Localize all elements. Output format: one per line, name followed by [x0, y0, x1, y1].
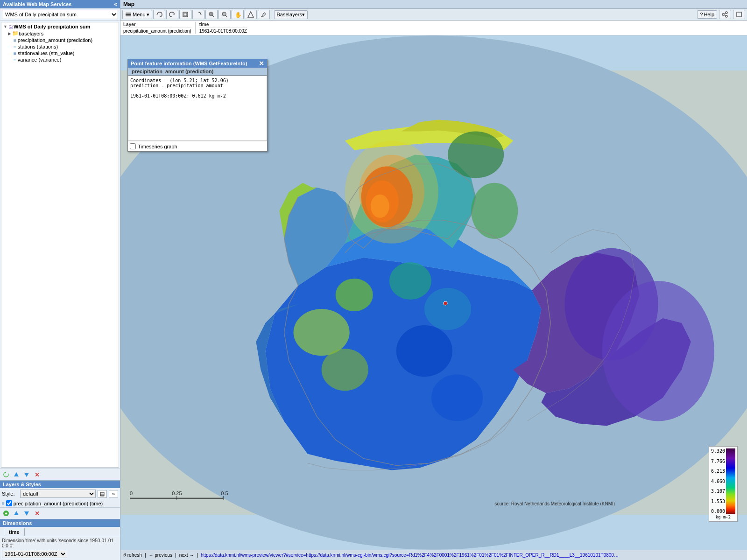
svg-rect-12 — [184, 13, 187, 16]
tree-item-stations[interactable]: ≡ stations (stations) — [2, 43, 118, 50]
svg-point-43 — [322, 349, 368, 391]
time-col-value: 1961-01-01T08:00:00Z — [199, 28, 247, 34]
delete-layer-btn[interactable]: ✕ — [33, 509, 41, 518]
dimensions-header: Dimensions — [0, 519, 120, 527]
rotate-btn[interactable] — [192, 10, 204, 19]
measure-btn[interactable] — [245, 10, 257, 19]
tree-item-baselayers[interactable]: ▶ 📁 baselayers — [2, 30, 118, 37]
svg-text:0: 0 — [130, 490, 133, 496]
tree-panel: ▼ 🗂 WMS of Daily precipitation sum ▶ 📁 b… — [1, 22, 119, 468]
tree-item-wms-root[interactable]: ▼ 🗂 WMS of Daily precipitation sum — [2, 23, 118, 30]
down-layer-btn[interactable] — [22, 509, 31, 518]
zoom-in-btn[interactable] — [205, 10, 218, 19]
up-layer-btn[interactable] — [12, 509, 21, 518]
edit-btn[interactable] — [258, 10, 270, 19]
variance-layer-icon: ≡ — [14, 57, 16, 63]
svg-marker-22 — [248, 12, 254, 17]
svg-rect-51 — [130, 498, 176, 499]
svg-text:✋: ✋ — [235, 11, 241, 18]
popup-scroll[interactable]: Coordinates - (lon=5.21; lat=52.06) pred… — [128, 76, 267, 141]
service-select[interactable]: WMS of Daily precipitation sum — [2, 10, 118, 19]
zoom-out-btn[interactable] — [218, 10, 231, 19]
map-toolbar: Menu ▾ — [120, 9, 747, 21]
svg-point-45 — [389, 262, 431, 300]
tree-item-stnvalues[interactable]: ≡ stationvalues (stn_value) — [2, 50, 118, 56]
svg-line-27 — [724, 13, 726, 14]
refresh-btn[interactable] — [2, 470, 10, 479]
baselayers-expand-icon: ▶ — [8, 31, 11, 36]
collapse-button[interactable]: « — [114, 1, 117, 7]
layer-time-strip: Layer precipitation_amount (prediction) … — [120, 21, 747, 35]
layer-col-header: Layer — [123, 22, 191, 28]
opacity-btn[interactable]: ▤ — [98, 490, 107, 498]
stnvalues-label: stationvalues (stn_value) — [18, 50, 75, 56]
expand-style-btn[interactable]: » — [109, 490, 118, 497]
svg-point-26 — [726, 15, 727, 17]
baselayers-button[interactable]: Baselayers▾ — [274, 10, 308, 19]
feature-info-popup: Point feature information (WMS GetFeatur… — [127, 59, 268, 152]
pan-btn[interactable]: ✋ — [232, 10, 244, 19]
map-header: Map — [120, 0, 747, 9]
popup-title: Point feature information (WMS GetFeatur… — [131, 61, 247, 66]
svg-text:0.5: 0.5 — [221, 490, 228, 496]
svg-rect-29 — [737, 12, 741, 17]
layers-styles-section: Layers & Styles Style: default ▤ » ≡ pre… — [0, 480, 120, 507]
help-button[interactable]: ? Help — [697, 10, 717, 19]
legend-val-7: 0.000 — [711, 509, 725, 514]
layer-col: Layer precipitation_amount (prediction) — [123, 22, 191, 34]
svg-marker-9 — [156, 13, 158, 14]
tree-item-variance[interactable]: ≡ variance (variance) — [2, 56, 118, 63]
menu-button[interactable]: Menu ▾ — [122, 10, 152, 19]
layer-checkbox[interactable] — [6, 500, 12, 506]
service-select-row: WMS of Daily precipitation sum — [0, 8, 120, 21]
tree-item-precip[interactable]: ≡ precipitation_amount (prediction) — [2, 37, 118, 43]
redo-btn[interactable] — [166, 10, 178, 19]
status-refresh: ↺ refresh — [122, 553, 142, 558]
status-next[interactable]: next → — [179, 553, 194, 558]
svg-text:0.25: 0.25 — [172, 490, 182, 496]
settings-btn[interactable] — [733, 10, 745, 19]
zoom-extent-btn[interactable] — [179, 10, 191, 19]
delete-btn-1[interactable]: ✕ — [33, 470, 41, 479]
time-col-header: time — [199, 22, 247, 28]
popup-header[interactable]: Point feature information (WMS GetFeatur… — [128, 59, 267, 68]
map-viewport[interactable]: 0 0.25 0.5 source: Royal Netherlands Met… — [120, 35, 747, 550]
share-btn[interactable] — [719, 10, 731, 19]
menu-label: Menu — [133, 12, 146, 17]
legend-val-2: 7.766 — [711, 459, 725, 464]
time-tab[interactable]: time — [4, 528, 25, 536]
svg-point-39 — [471, 183, 518, 239]
style-row: Style: default ▤ » — [0, 488, 120, 499]
dim-time-select[interactable]: 1961-01-01T08:00:00Z — [2, 550, 67, 558]
svg-marker-13 — [200, 13, 202, 14]
svg-point-41 — [602, 281, 714, 421]
add-layer-btn[interactable]: + — [2, 509, 10, 518]
left-toolbar-2: + ✕ — [0, 507, 120, 519]
popup-close-btn[interactable]: ✕ — [259, 60, 264, 67]
tree-root-label: WMS of Daily precipitation sum — [14, 24, 90, 29]
svg-rect-50 — [130, 496, 130, 500]
svg-rect-6 — [126, 13, 131, 14]
svg-point-44 — [336, 279, 373, 311]
popup-tab[interactable]: precipitation_amount (prediction) — [128, 68, 267, 76]
time-col: time 1961-01-01T08:00:00Z — [199, 22, 247, 34]
timeseries-checkbox[interactable] — [130, 143, 136, 149]
style-label: Style: — [2, 491, 18, 497]
stations-layer-icon: ≡ — [14, 44, 16, 49]
svg-text:+: + — [5, 511, 7, 516]
status-prev[interactable]: ← previous — [149, 553, 173, 558]
svg-point-42 — [294, 309, 350, 356]
svg-marker-5 — [24, 511, 29, 516]
dimensions-section: Dimensions time Dimension 'time' with un… — [0, 519, 120, 560]
precip-label: precipitation_amount (prediction) — [18, 37, 92, 43]
expand-icon: ▼ — [3, 24, 7, 29]
layer-col-value: precipitation_amount (prediction) — [123, 28, 191, 34]
legend-val-6: 1.553 — [711, 499, 725, 504]
down-btn[interactable] — [22, 470, 31, 479]
style-select[interactable]: default — [20, 490, 96, 498]
svg-marker-1 — [24, 473, 29, 477]
precip-layer-icon: ≡ — [14, 38, 16, 43]
undo-btn[interactable] — [153, 10, 165, 19]
svg-point-48 — [431, 374, 483, 421]
up-btn[interactable] — [12, 470, 21, 479]
